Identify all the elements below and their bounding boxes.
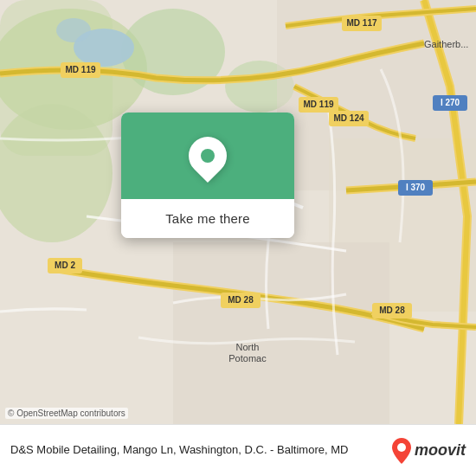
location-text: D&S Mobile Detailing, Mango Ln, Washingt… <box>10 442 392 458</box>
svg-text:I 370: I 370 <box>406 183 426 192</box>
svg-text:North: North <box>236 342 260 352</box>
svg-text:MD 119: MD 119 <box>303 100 333 109</box>
svg-text:MD 28: MD 28 <box>379 306 405 315</box>
svg-point-7 <box>56 18 91 42</box>
moovit-pin-icon <box>392 438 411 464</box>
take-me-there-button[interactable]: Take me there <box>121 199 294 238</box>
svg-text:MD 2: MD 2 <box>55 261 75 270</box>
svg-text:MD 117: MD 117 <box>346 18 376 28</box>
svg-text:MD 124: MD 124 <box>333 113 363 123</box>
svg-rect-10 <box>173 242 389 424</box>
moovit-brand-text: moovit <box>415 441 466 460</box>
bottom-bar: D&S Mobile Detailing, Mango Ln, Washingt… <box>0 424 476 476</box>
svg-text:I 270: I 270 <box>441 98 460 107</box>
svg-point-32 <box>397 443 406 452</box>
svg-text:Potomac: Potomac <box>228 353 267 363</box>
pin-inner <box>201 149 215 163</box>
svg-text:Gaitherb...: Gaitherb... <box>424 39 468 49</box>
moovit-logo: moovit <box>392 438 466 464</box>
location-pin-icon <box>181 129 235 183</box>
map-attribution: © OpenStreetMap contributors <box>5 408 128 419</box>
card-map-area <box>121 113 294 199</box>
svg-text:MD 28: MD 28 <box>228 295 254 305</box>
svg-text:MD 119: MD 119 <box>65 65 95 74</box>
location-card: Take me there <box>121 113 294 238</box>
map-container: MD 119 MD 119 MD 117 MD 124 I 270 I 370 … <box>0 0 476 424</box>
